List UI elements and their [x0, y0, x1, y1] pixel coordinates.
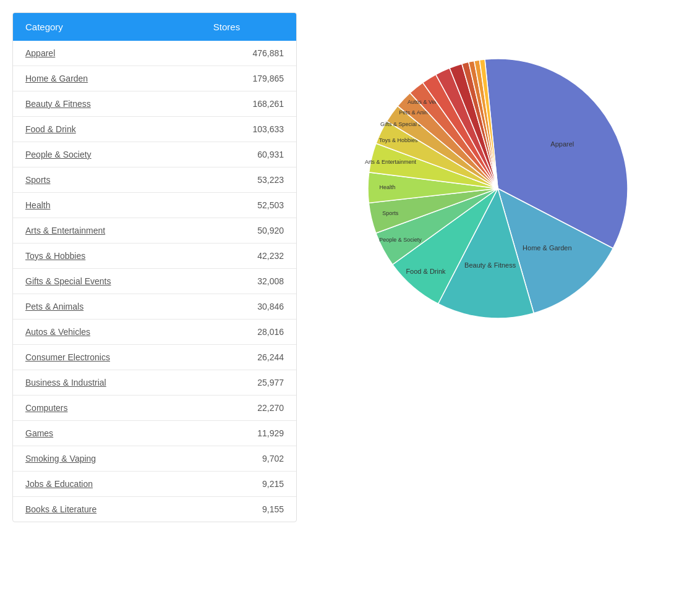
stores-cell: 179,865 — [201, 66, 296, 91]
category-cell[interactable]: Pets & Animals — [13, 294, 201, 320]
stores-cell: 25,977 — [201, 370, 296, 396]
stores-cell: 476,881 — [201, 41, 296, 66]
stores-cell: 52,503 — [201, 193, 296, 218]
table-row[interactable]: Jobs & Education9,215 — [13, 472, 296, 497]
pie-label-4: People & Society — [379, 237, 422, 243]
stores-cell: 168,261 — [201, 91, 296, 117]
table-row[interactable]: Consumer Electronics26,244 — [13, 345, 296, 370]
table-row[interactable]: Books & Literature9,155 — [13, 497, 296, 522]
pie-label-2: Beauty & Fitness — [464, 261, 516, 269]
table-row[interactable]: Business & Industrial25,977 — [13, 370, 296, 396]
category-cell[interactable]: Beauty & Fitness — [13, 91, 201, 117]
stores-cell: 11,929 — [201, 421, 296, 446]
stores-cell: 28,016 — [201, 320, 296, 345]
category-column-header: Category — [13, 13, 201, 41]
table-row[interactable]: Beauty & Fitness168,261 — [13, 91, 296, 117]
table-row[interactable]: Apparel476,881 — [13, 41, 296, 66]
table-row[interactable]: People & Society60,931 — [13, 142, 296, 167]
stores-column-header: Stores — [201, 13, 296, 41]
pie-label-7: Arts & Entertainment — [365, 159, 417, 165]
category-cell[interactable]: People & Society — [13, 142, 201, 167]
category-cell[interactable]: Consumer Electronics — [13, 345, 201, 370]
category-cell[interactable]: Computers — [13, 396, 201, 421]
category-cell[interactable]: Jobs & Education — [13, 472, 201, 497]
pie-label-1: Home & Garden — [523, 244, 571, 252]
table-row[interactable]: Gifts & Special Events32,008 — [13, 269, 296, 294]
stores-cell: 53,223 — [201, 167, 296, 193]
stores-cell: 22,270 — [201, 396, 296, 421]
pie-label-3: Food & Drink — [406, 268, 446, 275]
table-row[interactable]: Toys & Hobbies42,232 — [13, 243, 296, 269]
pie-label-6: Health — [379, 184, 395, 190]
table-row[interactable]: Food & Drink103,633 — [13, 117, 296, 142]
table-row[interactable]: Arts & Entertainment50,920 — [13, 218, 296, 243]
category-cell[interactable]: Home & Garden — [13, 66, 201, 91]
stores-cell: 60,931 — [201, 142, 296, 167]
stores-cell: 32,008 — [201, 269, 296, 294]
category-cell[interactable]: Autos & Vehicles — [13, 320, 201, 345]
table-row[interactable]: Computers22,270 — [13, 396, 296, 421]
pie-label-5: Sports — [382, 210, 399, 216]
stores-cell: 50,920 — [201, 218, 296, 243]
category-cell[interactable]: Gifts & Special Events — [13, 269, 201, 294]
category-table: Category Stores Apparel476,881Home & Gar… — [12, 12, 297, 522]
table-row[interactable]: Pets & Animals30,846 — [13, 294, 296, 320]
category-cell[interactable]: Arts & Entertainment — [13, 218, 201, 243]
category-cell[interactable]: Games — [13, 421, 201, 446]
stores-cell: 9,155 — [201, 497, 296, 522]
category-cell[interactable]: Smoking & Vaping — [13, 446, 201, 472]
table-row[interactable]: Games11,929 — [13, 421, 296, 446]
category-cell[interactable]: Business & Industrial — [13, 370, 201, 396]
table-row[interactable]: Smoking & Vaping9,702 — [13, 446, 296, 472]
category-cell[interactable]: Books & Literature — [13, 497, 201, 522]
table-row[interactable]: Home & Garden179,865 — [13, 66, 296, 91]
table-row[interactable]: Autos & Vehicles28,016 — [13, 320, 296, 345]
stores-cell: 9,215 — [201, 472, 296, 497]
table-row[interactable]: Health52,503 — [13, 193, 296, 218]
category-cell[interactable]: Health — [13, 193, 201, 218]
category-cell[interactable]: Sports — [13, 167, 201, 193]
stores-cell: 9,702 — [201, 446, 296, 472]
pie-chart: ApparelHome & GardenBeauty & FitnessFood… — [322, 25, 668, 346]
table-row[interactable]: Sports53,223 — [13, 167, 296, 193]
category-cell[interactable]: Toys & Hobbies — [13, 243, 201, 269]
pie-label-8: Toys & Hobbies — [379, 137, 418, 143]
pie-label-0: Apparel — [550, 140, 574, 148]
category-cell[interactable]: Food & Drink — [13, 117, 201, 142]
stores-cell: 103,633 — [201, 117, 296, 142]
stores-cell: 42,232 — [201, 243, 296, 269]
stores-cell: 26,244 — [201, 345, 296, 370]
category-cell[interactable]: Apparel — [13, 41, 201, 66]
stores-cell: 30,846 — [201, 294, 296, 320]
